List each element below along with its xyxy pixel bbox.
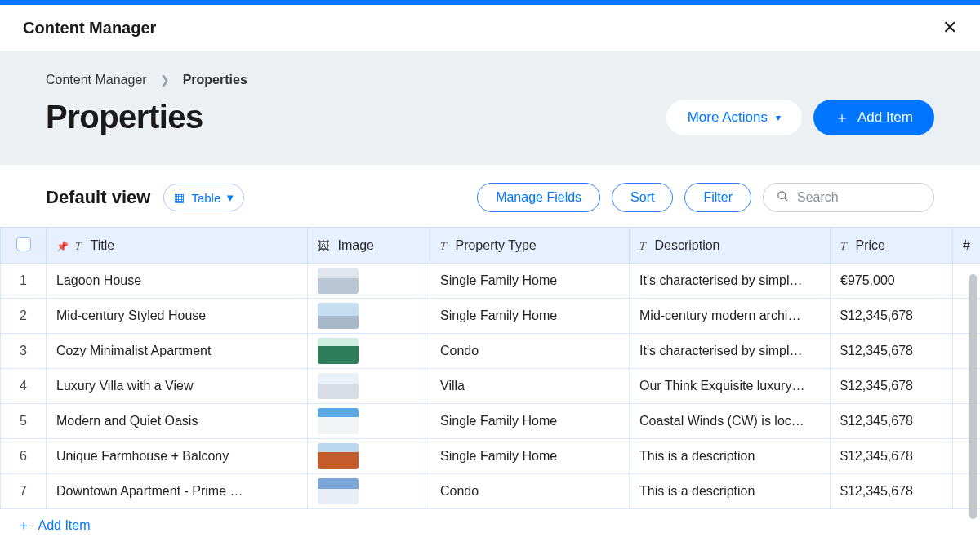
cell-price[interactable]: $12,345,678 (831, 369, 953, 404)
thumbnail (318, 268, 359, 294)
scrollbar[interactable] (969, 274, 977, 519)
pin-icon: 📌 (56, 241, 69, 252)
select-all-checkbox[interactable] (16, 237, 31, 251)
cell-description[interactable]: Coastal Winds (CW) is loc… (630, 404, 831, 439)
cell-image[interactable] (308, 474, 430, 509)
cell-image[interactable] (308, 369, 430, 404)
cell-image[interactable] (308, 439, 430, 474)
svg-point-0 (778, 192, 786, 199)
cell-description[interactable]: This is a description (630, 474, 831, 509)
thumbnail (318, 408, 359, 434)
cell-description[interactable]: Our Think Exquisite luxury… (630, 369, 831, 404)
header-row: 📌 𝑇 Title 🖼 Image 𝑇 Property Type 𝑇 Desc… (1, 228, 981, 264)
cell-price[interactable]: $12,345,678 (831, 439, 953, 474)
row-number: 4 (1, 369, 47, 404)
data-grid: 📌 𝑇 Title 🖼 Image 𝑇 Property Type 𝑇 Desc… (0, 227, 980, 543)
row-number: 3 (1, 334, 47, 369)
table-row[interactable]: 3Cozy Minimalist ApartmentCondoIt's char… (1, 334, 981, 369)
thumbnail (318, 303, 359, 329)
cell-image[interactable] (308, 404, 430, 439)
cell-price[interactable]: $12,345,678 (831, 334, 953, 369)
cell-title[interactable]: Lagoon House (47, 264, 308, 299)
close-icon[interactable]: ✕ (942, 19, 957, 37)
text-type-icon: 𝑇 (75, 239, 82, 253)
plus-icon: ＋ (835, 108, 849, 127)
filter-button[interactable]: Filter (684, 183, 751, 212)
thumbnail (318, 443, 359, 469)
text-type-icon: 𝑇 (440, 239, 447, 253)
cell-property-type[interactable]: Single Family Home (430, 404, 630, 439)
header-section: Content Manager ❯ Properties Properties … (0, 51, 980, 165)
app-title: Content Manager (23, 19, 156, 38)
table-row[interactable]: 7Downtown Apartment - Prime …CondoThis i… (1, 474, 981, 509)
add-item-label: Add Item (858, 109, 913, 126)
image-type-icon: 🖼 (318, 239, 329, 252)
more-actions-button[interactable]: More Actions ▾ (666, 100, 802, 135)
view-mode-switch[interactable]: ▦ Table ▾ (163, 184, 244, 211)
column-image[interactable]: 🖼 Image (308, 228, 430, 264)
view-title: Default view (46, 187, 150, 208)
breadcrumb-current: Properties (183, 73, 247, 87)
cell-image[interactable] (308, 264, 430, 299)
row-number: 7 (1, 474, 47, 509)
title-bar: Content Manager ✕ (0, 5, 980, 51)
cell-price[interactable]: $12,345,678 (831, 404, 953, 439)
toolbar: Default view ▦ Table ▾ Manage Fields Sor… (0, 165, 980, 227)
row-number: 5 (1, 404, 47, 439)
column-price[interactable]: 𝑇 Price (831, 228, 953, 264)
column-title[interactable]: 📌 𝑇 Title (47, 228, 308, 264)
table-row[interactable]: 6Unique Farmhouse + BalconySingle Family… (1, 439, 981, 474)
column-property-type[interactable]: 𝑇 Property Type (430, 228, 630, 264)
footer-add-label: Add Item (38, 518, 91, 532)
page-title: Properties (46, 99, 203, 135)
thumbnail (318, 338, 359, 364)
cell-description[interactable]: This is a description (630, 439, 831, 474)
cell-title[interactable]: Downtown Apartment - Prime … (47, 474, 308, 509)
cell-image[interactable] (308, 334, 430, 369)
chevron-down-icon: ▾ (227, 190, 234, 205)
column-description[interactable]: 𝑇 Description (630, 228, 831, 264)
row-number: 2 (1, 299, 47, 334)
plus-icon: ＋ (17, 518, 30, 532)
text-type-icon: 𝑇 (639, 239, 646, 253)
sort-button[interactable]: Sort (612, 183, 673, 212)
cell-price[interactable]: $12,345,678 (831, 474, 953, 509)
cell-description[interactable]: Mid-century modern archi… (630, 299, 831, 334)
chevron-right-icon: ❯ (160, 73, 170, 87)
cell-property-type[interactable]: Condo (430, 334, 630, 369)
cell-title[interactable]: Mid-century Styled House (47, 299, 308, 334)
column-extra[interactable]: # (953, 228, 981, 264)
cell-description[interactable]: It's characterised by simpl… (630, 334, 831, 369)
cell-property-type[interactable]: Single Family Home (430, 264, 630, 299)
text-type-icon: 𝑇 (840, 239, 847, 253)
cell-description[interactable]: It's characterised by simpl… (630, 264, 831, 299)
cell-title[interactable]: Modern and Quiet Oasis (47, 404, 308, 439)
svg-line-1 (784, 198, 787, 201)
cell-image[interactable] (308, 299, 430, 334)
breadcrumb-root[interactable]: Content Manager (46, 73, 147, 87)
thumbnail (318, 373, 359, 399)
view-mode-label: Table (191, 191, 220, 205)
table-row[interactable]: 1Lagoon HouseSingle Family HomeIt's char… (1, 264, 981, 299)
table-row[interactable]: 4Luxury Villa with a ViewVillaOur Think … (1, 369, 981, 404)
search-field[interactable] (763, 183, 934, 212)
search-icon (777, 190, 789, 205)
add-item-button[interactable]: ＋ Add Item (813, 100, 934, 135)
add-item-row[interactable]: ＋Add Item (1, 509, 981, 544)
cell-property-type[interactable]: Single Family Home (430, 439, 630, 474)
more-actions-label: More Actions (688, 109, 768, 126)
table-row[interactable]: 5Modern and Quiet OasisSingle Family Hom… (1, 404, 981, 439)
cell-title[interactable]: Luxury Villa with a View (47, 369, 308, 404)
manage-fields-button[interactable]: Manage Fields (477, 183, 600, 212)
cell-property-type[interactable]: Villa (430, 369, 630, 404)
cell-property-type[interactable]: Condo (430, 474, 630, 509)
thumbnail (318, 478, 359, 504)
cell-price[interactable]: $12,345,678 (831, 299, 953, 334)
row-number: 6 (1, 439, 47, 474)
search-input[interactable] (797, 190, 920, 205)
table-row[interactable]: 2Mid-century Styled HouseSingle Family H… (1, 299, 981, 334)
cell-property-type[interactable]: Single Family Home (430, 299, 630, 334)
cell-title[interactable]: Unique Farmhouse + Balcony (47, 439, 308, 474)
cell-title[interactable]: Cozy Minimalist Apartment (47, 334, 308, 369)
cell-price[interactable]: €975,000 (831, 264, 953, 299)
